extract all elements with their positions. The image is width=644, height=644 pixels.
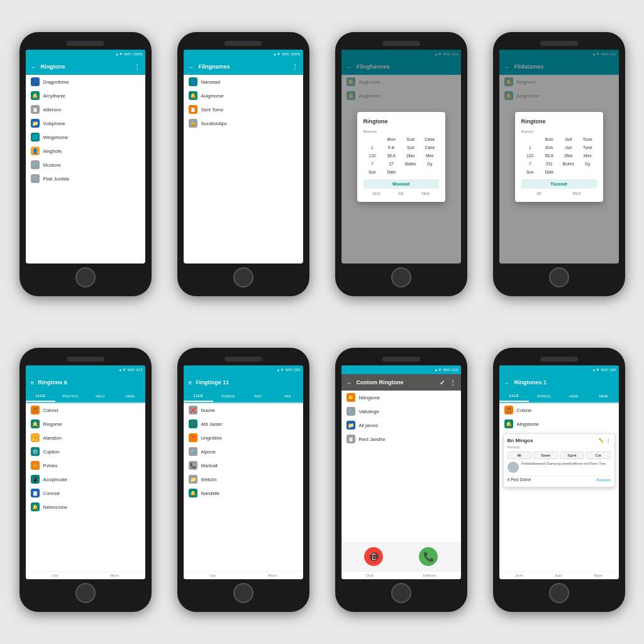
bottom-dole[interactable]: Dole bbox=[366, 574, 374, 577]
home-button[interactable] bbox=[391, 583, 411, 603]
bottom-bar-out[interactable]: Out bbox=[52, 574, 58, 577]
list-item[interactable]: ⚙️ Mustons bbox=[26, 158, 145, 172]
back-button[interactable]: ← bbox=[504, 379, 511, 386]
list-item[interactable]: 🎵 Colond bbox=[26, 403, 145, 417]
dialog-action-button[interactable]: Tsusnot bbox=[521, 179, 597, 189]
menu-button[interactable]: ⋮ bbox=[134, 64, 140, 70]
tab-llle[interactable]: LLLE bbox=[26, 391, 56, 402]
list-item[interactable]: 📞 Dragonfome bbox=[26, 75, 145, 89]
list-item[interactable]: 🔔 Ringome bbox=[26, 417, 145, 431]
decline-button[interactable]: 📵 bbox=[364, 547, 383, 566]
footer-item[interactable]: Mort bbox=[573, 191, 581, 196]
bottom-bar-more[interactable]: More bbox=[110, 574, 119, 577]
list-item[interactable]: 📋 Alilenom bbox=[26, 103, 145, 116]
list-item[interactable]: 📋 Rect Jandhe bbox=[341, 432, 461, 446]
dialog-footer: All Mort bbox=[521, 191, 597, 196]
home-button[interactable] bbox=[75, 267, 96, 287]
list-item[interactable]: 📞 Martcall bbox=[184, 458, 303, 472]
back-button[interactable]: ← bbox=[31, 64, 37, 70]
list-item[interactable]: 🎵 Colone bbox=[499, 403, 619, 417]
list-icon: 🔔 bbox=[31, 91, 40, 100]
footer-item[interactable]: Ioll bbox=[398, 191, 403, 196]
list-item[interactable]: 🔒 Sucdedutips bbox=[184, 116, 303, 130]
tab-ina[interactable]: INA bbox=[273, 391, 303, 402]
list-item[interactable]: 📋 Sent Tome bbox=[184, 103, 303, 116]
list-item[interactable]: ⚙️ Vallutinge bbox=[341, 404, 461, 418]
list-item[interactable]: 🔒 Pvlneo bbox=[26, 458, 145, 472]
tab-heni[interactable]: HENI bbox=[115, 391, 145, 402]
list-item[interactable]: 👤 Nanoead bbox=[184, 75, 303, 89]
list-item[interactable]: 🔔 Auigmome bbox=[184, 89, 303, 103]
list-item[interactable]: 📁 Welcbn bbox=[184, 472, 303, 486]
accept-button[interactable]: 📞 bbox=[419, 547, 438, 566]
bottom-mgre[interactable]: Mgre bbox=[594, 574, 602, 577]
grid-cell: 331 bbox=[540, 160, 558, 167]
tab-heci[interactable]: HECI bbox=[86, 391, 116, 402]
home-button[interactable] bbox=[233, 583, 253, 603]
context-card-title: Bn Mingos bbox=[508, 438, 533, 443]
action-sgmt[interactable]: Sgmt bbox=[560, 452, 584, 459]
footer-item[interactable]: Vest bbox=[372, 191, 380, 196]
list-item[interactable]: 🔔 Alngstome bbox=[499, 417, 619, 431]
tab-llle[interactable]: LLLE bbox=[184, 391, 214, 402]
bottom-delhme[interactable]: Delhme bbox=[423, 574, 436, 577]
footer-item[interactable]: Now bbox=[421, 191, 430, 196]
list-item[interactable]: ❌ Nuone bbox=[184, 403, 303, 417]
list-item[interactable]: 👤 Alnghofe bbox=[26, 144, 145, 158]
baysent-button[interactable]: Baysent bbox=[597, 478, 611, 482]
ringtone-dialog-2: Ringtone Mamed 8cln Jud Tune 1 8cln Jud … bbox=[515, 112, 603, 202]
list-item[interactable]: 📱 Acciplncate bbox=[26, 472, 145, 486]
menu-button[interactable]: ⋮ bbox=[292, 64, 298, 70]
list-item[interactable]: 📋 Connod bbox=[26, 486, 145, 500]
home-button[interactable] bbox=[391, 267, 411, 287]
tab-llle[interactable]: LLLE bbox=[499, 391, 530, 402]
checkmark-icon[interactable]: ✓ bbox=[440, 379, 445, 386]
list-item[interactable]: 🔔 Netencome bbox=[26, 500, 145, 514]
home-button[interactable] bbox=[549, 583, 569, 603]
menu-button[interactable]: ≡ bbox=[31, 379, 35, 386]
bottom-bar-out[interactable]: Out bbox=[209, 574, 216, 577]
list-item[interactable]: 🗑️ Plob Jurdide bbox=[26, 172, 145, 186]
list-item[interactable]: 📍 Ungintline bbox=[184, 431, 303, 445]
list-item[interactable]: 🔔 Nilingtone bbox=[341, 391, 461, 404]
tab-ponce[interactable]: PONCE bbox=[529, 391, 559, 402]
menu-button[interactable]: ⋮ bbox=[450, 379, 456, 386]
bottom-bail[interactable]: Bail bbox=[555, 574, 562, 577]
list-item[interactable]: 🔔 Arcythanie bbox=[26, 89, 145, 103]
list-item[interactable]: 📁 Vulsphone bbox=[26, 116, 145, 130]
bottom-bar-more[interactable]: More bbox=[268, 574, 277, 577]
list-item[interactable]: ⚙️ Cuplton bbox=[26, 445, 145, 458]
tab-politics[interactable]: POLTICS bbox=[55, 391, 86, 402]
tab-heni[interactable]: HENI bbox=[559, 391, 589, 402]
list-item[interactable]: 🌐 Wingshome bbox=[26, 130, 145, 144]
home-button[interactable] bbox=[75, 583, 96, 603]
context-text: Antistollameed Samung onethofltime ondTo… bbox=[521, 462, 607, 465]
list-item[interactable]: 📁 All peces bbox=[341, 418, 461, 432]
home-button[interactable] bbox=[233, 267, 253, 287]
more-icon[interactable]: ⋮ bbox=[606, 438, 611, 443]
list-item[interactable]: ➕ Afd Jaoter bbox=[184, 417, 303, 431]
action-mr[interactable]: Mr bbox=[508, 452, 532, 459]
context-card: Bn Mingos ✏️ ⋮ Penrod Mr Sown Sgmt Cut A… bbox=[503, 433, 615, 487]
bottom-joint[interactable]: Joint bbox=[515, 574, 523, 577]
action-sown[interactable]: Sown bbox=[533, 452, 558, 459]
tab-inci[interactable]: INCI bbox=[243, 391, 274, 402]
list-item[interactable]: 🔔 Nandelle bbox=[184, 486, 303, 500]
footer-item[interactable]: All bbox=[536, 191, 541, 196]
list-item[interactable]: ⚙️ Alpone bbox=[184, 445, 303, 458]
list-icon: ⚙️ bbox=[347, 407, 355, 416]
bottom-bar: Out More bbox=[26, 571, 145, 579]
edit-icon[interactable]: ✏️ bbox=[599, 438, 604, 443]
back-button[interactable]: ← bbox=[347, 379, 353, 386]
home-button[interactable] bbox=[549, 267, 569, 287]
list-icon: 🎵 bbox=[31, 406, 40, 414]
list-item[interactable]: ⚠️ Alaration bbox=[26, 431, 145, 445]
tab-new[interactable]: NEW bbox=[589, 391, 619, 402]
menu-button[interactable]: ≡ bbox=[189, 379, 192, 386]
back-button[interactable]: ← bbox=[189, 64, 195, 70]
action-cut[interactable]: Cut bbox=[586, 452, 611, 459]
tab-ponce[interactable]: PONCE bbox=[213, 391, 243, 402]
phone-1: ▲▼ WiFi 100% ← Ringtone ⋮ 📞 Dragonfome 🔔… bbox=[19, 32, 152, 296]
wifi-icon: WiFi bbox=[124, 52, 131, 56]
dialog-action-button[interactable]: Woooad bbox=[364, 179, 439, 189]
